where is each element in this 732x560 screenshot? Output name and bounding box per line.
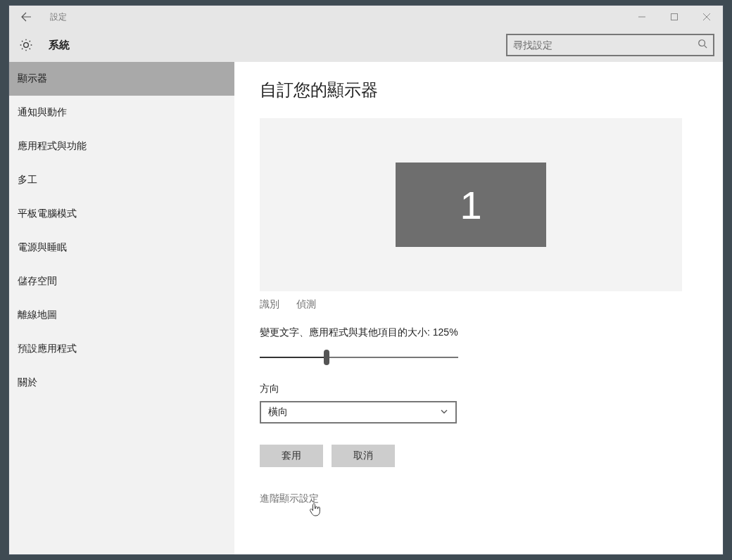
sidebar-item-label: 多工 — [18, 174, 37, 186]
display-preview[interactable]: 1 — [260, 118, 682, 291]
sidebar-item-label: 離線地圖 — [18, 309, 57, 322]
back-arrow-icon — [20, 11, 32, 23]
settings-gear-icon[interactable] — [18, 37, 34, 53]
sidebar-item-offline-maps[interactable]: 離線地圖 — [9, 298, 234, 332]
orientation-label: 方向 — [260, 383, 698, 395]
detect-link[interactable]: 偵測 — [296, 298, 316, 311]
scale-slider[interactable] — [260, 349, 458, 366]
sidebar-item-apps-features[interactable]: 應用程式與功能 — [9, 129, 234, 163]
sidebar-item-display[interactable]: 顯示器 — [9, 62, 234, 96]
sidebar-item-label: 通知與動作 — [18, 106, 67, 119]
display-number: 1 — [460, 182, 481, 228]
advanced-display-link[interactable]: 進階顯示設定 — [260, 492, 698, 505]
display-action-row: 識別 偵測 — [260, 298, 698, 311]
slider-track — [260, 357, 458, 358]
orientation-value: 橫向 — [268, 406, 288, 419]
body: 顯示器 通知與動作 應用程式與功能 多工 平板電腦模式 電源與睡眠 儲存空間 離… — [9, 62, 723, 554]
slider-thumb[interactable] — [324, 350, 329, 365]
window-controls — [626, 6, 723, 28]
sidebar-item-label: 應用程式與功能 — [18, 140, 87, 153]
scale-label: 變更文字、應用程式與其他項目的大小: 125% — [260, 326, 698, 339]
minimize-icon — [638, 13, 645, 20]
sidebar-item-label: 顯示器 — [18, 72, 47, 85]
titlebar: 設定 — [9, 6, 723, 28]
chevron-down-icon — [440, 407, 448, 418]
sidebar-item-label: 關於 — [18, 376, 37, 389]
minimize-button[interactable] — [626, 6, 658, 28]
svg-point-1 — [699, 40, 705, 46]
scale-label-prefix: 變更文字、應用程式與其他項目的大小: — [260, 326, 433, 338]
content-area: 自訂您的顯示器 1 識別 偵測 變更文字、應用程式與其他項目的大小: 125% … — [234, 62, 723, 554]
sidebar-item-default-apps[interactable]: 預設應用程式 — [9, 332, 234, 366]
sidebar-item-label: 儲存空間 — [18, 275, 57, 288]
gear-icon — [19, 38, 33, 52]
sidebar-item-power-sleep[interactable]: 電源與睡眠 — [9, 231, 234, 265]
window-title: 設定 — [50, 11, 67, 23]
maximize-button[interactable] — [658, 6, 690, 28]
button-row: 套用 取消 — [260, 445, 698, 467]
display-tile-1[interactable]: 1 — [396, 163, 546, 247]
sidebar-item-label: 預設應用程式 — [18, 343, 77, 355]
sidebar-item-tablet-mode[interactable]: 平板電腦模式 — [9, 197, 234, 231]
orientation-dropdown[interactable]: 橫向 — [260, 401, 457, 424]
sidebar-item-notifications[interactable]: 通知與動作 — [9, 96, 234, 129]
sidebar-item-label: 電源與睡眠 — [18, 241, 67, 254]
sidebar-item-about[interactable]: 關於 — [9, 366, 234, 400]
cancel-button[interactable]: 取消 — [332, 445, 395, 467]
header-row: 系統 — [9, 28, 723, 62]
svg-rect-0 — [671, 14, 678, 20]
scale-value: 125% — [433, 326, 458, 338]
close-button[interactable] — [690, 6, 723, 28]
maximize-icon — [671, 13, 678, 20]
search-icon — [698, 39, 707, 51]
search-box[interactable] — [506, 34, 714, 56]
search-input[interactable] — [513, 39, 698, 51]
cancel-label: 取消 — [353, 450, 373, 462]
sidebar-item-storage[interactable]: 儲存空間 — [9, 265, 234, 298]
apply-button[interactable]: 套用 — [260, 445, 323, 467]
settings-window: 設定 系統 — [8, 5, 724, 555]
back-button[interactable] — [15, 6, 37, 28]
page-heading: 自訂您的顯示器 — [260, 79, 698, 101]
hand-cursor-icon — [309, 502, 322, 520]
close-icon — [703, 13, 710, 20]
sidebar-item-multitasking[interactable]: 多工 — [9, 163, 234, 197]
sidebar-item-label: 平板電腦模式 — [18, 208, 77, 220]
apply-label: 套用 — [282, 450, 301, 462]
sidebar: 顯示器 通知與動作 應用程式與功能 多工 平板電腦模式 電源與睡眠 儲存空間 離… — [9, 62, 234, 554]
section-title: 系統 — [49, 39, 70, 52]
identify-link[interactable]: 識別 — [260, 298, 279, 311]
